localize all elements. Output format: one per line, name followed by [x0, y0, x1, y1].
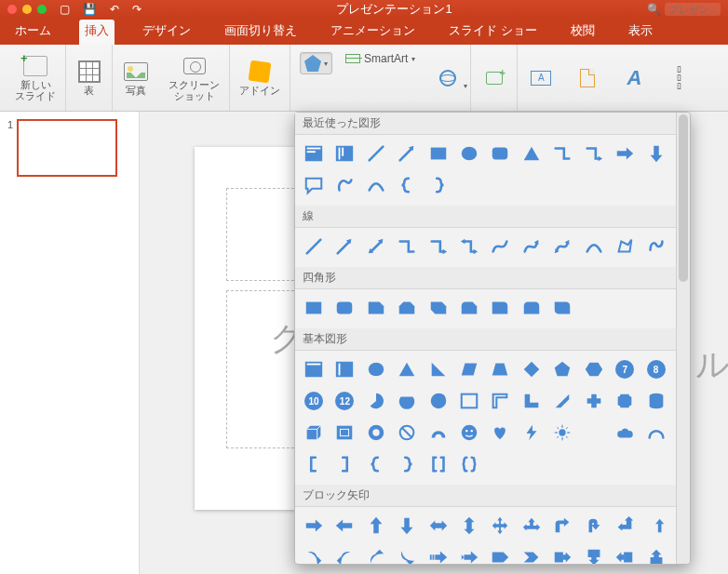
tab-design[interactable]: デザイン — [137, 20, 196, 45]
smartart-button[interactable]: SmartArt ▾ — [345, 52, 415, 65]
line-plain[interactable] — [301, 234, 327, 260]
arrow-curved-up[interactable] — [363, 544, 389, 564]
basic-cube[interactable] — [301, 420, 327, 446]
shape-freeform[interactable] — [331, 172, 357, 198]
tab-slideshow[interactable]: スライド ショー — [443, 20, 543, 45]
tab-review[interactable]: 校閲 — [565, 20, 600, 45]
basic-dodecagon[interactable]: 12 — [331, 388, 357, 414]
arrow-leftright[interactable] — [425, 513, 452, 539]
basic-bevel[interactable] — [331, 420, 357, 446]
tab-home[interactable]: ホーム — [9, 20, 57, 45]
tab-insert[interactable]: 挿入 — [79, 20, 115, 45]
basic-smiley[interactable] — [456, 420, 482, 446]
rect-snip1[interactable] — [363, 295, 389, 321]
arrow-bent-up[interactable] — [643, 513, 669, 539]
basic-plaque[interactable] — [612, 388, 638, 414]
new-slide-button[interactable]: 新しい スライド — [6, 45, 66, 111]
basic-sun[interactable] — [549, 420, 575, 446]
arrow-chevron[interactable] — [519, 544, 545, 564]
shape-line[interactable] — [363, 140, 389, 167]
tab-animations[interactable]: アニメーション — [325, 20, 421, 45]
basic-trapezoid[interactable] — [487, 356, 513, 382]
rect-snip2-diag[interactable] — [425, 295, 452, 321]
line-curved-arrow[interactable] — [519, 234, 545, 260]
shape-right-arrow[interactable] — [612, 140, 638, 167]
arrow-left[interactable] — [331, 513, 357, 539]
shape-left-brace[interactable] — [394, 172, 420, 198]
arrow-right[interactable] — [301, 513, 327, 539]
basic-diamond[interactable] — [519, 356, 545, 382]
shape-arrow-line[interactable] — [394, 140, 420, 167]
comment-button[interactable] — [471, 45, 518, 111]
shapes-dropdown[interactable]: ▾ — [300, 52, 332, 74]
basic-brace-l[interactable] — [363, 451, 389, 477]
shape-right-brace[interactable] — [425, 172, 452, 198]
arrow-leftrightup[interactable] — [519, 513, 545, 539]
basic-arc[interactable] — [643, 420, 669, 446]
basic-triangle[interactable] — [394, 356, 420, 382]
arrow-bent[interactable] — [549, 513, 575, 539]
rect-snipround[interactable] — [456, 295, 482, 321]
maximize-window[interactable] — [37, 5, 47, 14]
shape-oval[interactable] — [456, 140, 482, 167]
qat-file-icon[interactable]: ▢ — [60, 3, 70, 16]
basic-half-frame[interactable] — [487, 388, 513, 414]
more-group[interactable]: ▯▯▯ — [657, 45, 700, 111]
basic-brace-r[interactable] — [394, 451, 420, 477]
rect-round2-same[interactable] — [519, 295, 545, 321]
rect-rounded[interactable] — [331, 295, 357, 321]
basic-lightning[interactable] — [519, 420, 545, 446]
basic-pie[interactable] — [363, 388, 389, 414]
arrow-curved-right[interactable] — [301, 544, 327, 564]
arrow-quad[interactable] — [487, 513, 513, 539]
basic-right-triangle[interactable] — [425, 356, 452, 382]
shape-textbox[interactable] — [301, 140, 327, 167]
screenshot-button[interactable]: スクリーン ショット — [159, 45, 230, 111]
search-input[interactable] — [665, 3, 721, 16]
arrow-curved-down[interactable] — [394, 544, 420, 564]
arrow-striped[interactable] — [425, 544, 452, 564]
tab-view[interactable]: 表示 — [623, 20, 658, 45]
arrow-up-callout[interactable] — [643, 544, 669, 564]
line-elbow-double[interactable] — [456, 234, 482, 260]
table-button[interactable]: 表 — [66, 45, 113, 111]
arrow-down-callout[interactable] — [581, 544, 607, 564]
basic-no-symbol[interactable] — [394, 420, 420, 446]
basic-textbox-h[interactable] — [301, 356, 327, 382]
arrow-leftup[interactable] — [612, 513, 638, 539]
basic-plus[interactable] — [581, 388, 607, 414]
shape-curve[interactable] — [363, 172, 389, 198]
textbox-button[interactable] — [518, 45, 564, 111]
addin-button[interactable]: アドイン — [230, 45, 290, 111]
line-curved[interactable] — [487, 234, 513, 260]
shape-triangle[interactable] — [519, 140, 545, 167]
rect-plain[interactable] — [301, 295, 327, 321]
basic-heptagon[interactable]: 7 — [612, 356, 638, 382]
basic-diag-stripe[interactable] — [549, 388, 575, 414]
basic-bracket-r[interactable] — [331, 451, 357, 477]
line-curve-open[interactable] — [581, 234, 607, 260]
basic-textbox-v[interactable] — [331, 356, 357, 382]
qat-save-icon[interactable]: 💾 — [83, 3, 97, 16]
line-elbow-arrow[interactable] — [425, 234, 452, 260]
basic-donut[interactable] — [363, 420, 389, 446]
basic-oval[interactable] — [363, 356, 389, 382]
arrow-up[interactable] — [363, 513, 389, 539]
line-arrow[interactable] — [331, 234, 357, 260]
line-elbow[interactable] — [394, 234, 420, 260]
photo-button[interactable]: 写真 — [113, 45, 159, 111]
wordart-button[interactable]: A — [611, 45, 657, 111]
slide-panel[interactable]: 1 — [0, 112, 140, 574]
slide-thumbnail-1[interactable] — [17, 119, 117, 177]
arrow-notched[interactable] — [456, 544, 482, 564]
header-footer-button[interactable] — [564, 45, 611, 111]
qat-undo-icon[interactable]: ↶ — [110, 3, 119, 16]
tab-transitions[interactable]: 画面切り替え — [219, 20, 303, 45]
arrow-pentagon[interactable] — [487, 544, 513, 564]
arrow-right-callout[interactable] — [549, 544, 575, 564]
line-freeform-close[interactable] — [612, 234, 638, 260]
basic-moon[interactable] — [581, 420, 607, 446]
hyperlink-button[interactable]: ▾ — [425, 45, 471, 111]
basic-chord[interactable] — [394, 388, 420, 414]
shape-connector-elbow[interactable] — [549, 140, 575, 167]
